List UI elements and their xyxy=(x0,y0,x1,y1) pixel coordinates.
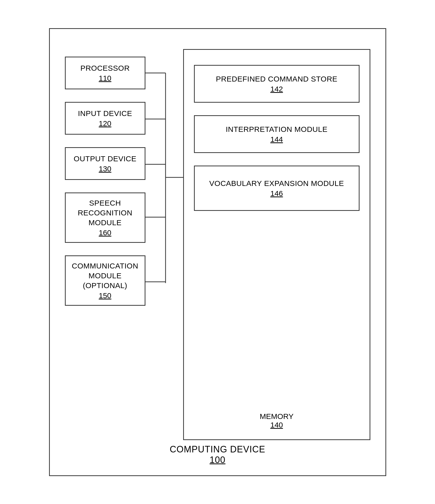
computing-device-id: 100 xyxy=(170,455,265,465)
memory-label: MEMORY 140 xyxy=(260,412,293,429)
page-container: PROCESSOR 110 INPUT DEVICE 120 OUTPUT DE… xyxy=(0,0,435,504)
memory-label-text: MEMORY xyxy=(260,412,293,421)
processor-id: 110 xyxy=(99,74,111,83)
connector-area xyxy=(150,49,183,440)
interpretation-module-box: INTERPRETATION MODULE 144 xyxy=(194,115,360,153)
output-device-id: 130 xyxy=(99,165,111,173)
output-device-box: OUTPUT DEVICE 130 xyxy=(65,147,145,180)
interpretation-module-id: 144 xyxy=(270,135,283,144)
processor-box: PROCESSOR 110 xyxy=(65,57,145,89)
interpretation-module-label: INTERPRETATION MODULE xyxy=(226,124,327,134)
speech-recognition-label: SPEECH RECOGNITION MODULE xyxy=(70,198,140,227)
memory-inner-boxes: PREDEFINED COMMAND STORE 142 INTERPRETAT… xyxy=(194,57,360,412)
diagram-content: PROCESSOR 110 INPUT DEVICE 120 OUTPUT DE… xyxy=(50,29,385,450)
predefined-command-store-box: PREDEFINED COMMAND STORE 142 xyxy=(194,65,360,103)
input-device-id: 120 xyxy=(99,119,111,128)
vocabulary-expansion-module-box: VOCABULARY EXPANSION MODULE 146 xyxy=(194,166,360,211)
output-device-label: OUTPUT DEVICE xyxy=(74,154,136,164)
input-device-box: INPUT DEVICE 120 xyxy=(65,102,145,135)
predefined-command-store-label: PREDEFINED COMMAND STORE xyxy=(216,74,337,84)
vocabulary-expansion-module-label: VOCABULARY EXPANSION MODULE xyxy=(209,178,344,188)
diagram-outer: PROCESSOR 110 INPUT DEVICE 120 OUTPUT DE… xyxy=(49,28,386,476)
vocabulary-expansion-module-id: 146 xyxy=(270,189,283,198)
input-device-label: INPUT DEVICE xyxy=(78,108,132,118)
communication-module-id: 150 xyxy=(99,291,111,300)
speech-recognition-box: SPEECH RECOGNITION MODULE 160 xyxy=(65,192,145,243)
memory-box: PREDEFINED COMMAND STORE 142 INTERPRETAT… xyxy=(183,49,370,440)
communication-module-label: COMMUNICATION MODULE (OPTIONAL) xyxy=(70,261,140,290)
speech-recognition-id: 160 xyxy=(99,228,111,237)
predefined-command-store-id: 142 xyxy=(270,85,283,93)
left-column: PROCESSOR 110 INPUT DEVICE 120 OUTPUT DE… xyxy=(65,49,150,440)
communication-module-box: COMMUNICATION MODULE (OPTIONAL) 150 xyxy=(65,255,145,306)
processor-label: PROCESSOR xyxy=(80,63,130,73)
memory-id: 140 xyxy=(260,421,293,429)
